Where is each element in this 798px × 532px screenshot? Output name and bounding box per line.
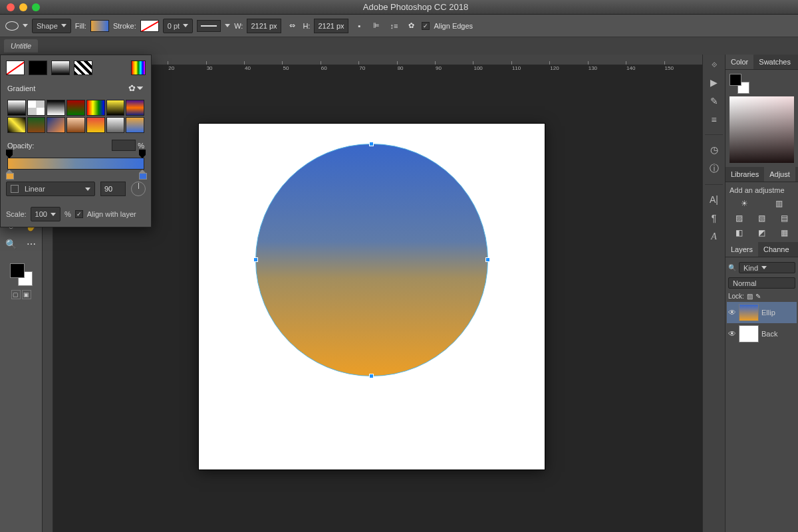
height-input[interactable] [314,19,348,33]
brightness-icon[interactable]: ☀ [739,198,750,209]
gradient-preset[interactable] [7,100,26,116]
dock-icons: ⟐ ▶ ✎ ≡ ◷ ⓘ A| ¶ A [702,55,725,532]
document-tab[interactable]: Untitle [4,39,38,53]
layer-row[interactable]: 👁 Ellip [727,302,797,323]
align-layer-checkbox[interactable] [75,210,83,218]
blend-mode[interactable]: Normal [733,279,756,287]
gradient-preset[interactable] [126,117,144,133]
transform-handle[interactable] [369,142,374,146]
tool-preset-icon[interactable] [5,19,19,33]
stroke-style[interactable] [197,20,221,32]
stroke-width-value: 0 pt [168,22,180,30]
clock-icon[interactable]: ◷ [710,144,718,155]
color-tab[interactable]: Color [726,55,753,69]
arrange-icon[interactable]: ↕≡ [387,19,400,33]
dropdown-icon[interactable] [23,24,28,27]
paragraph-icon[interactable]: ¶ [712,213,717,223]
channel-mixer-icon[interactable]: ▦ [779,227,790,238]
levels-icon[interactable]: ▥ [773,198,784,209]
transform-handle[interactable] [253,257,258,262]
gradient-preset[interactable] [86,117,105,133]
vibrance-icon[interactable]: ▧ [756,213,767,223]
transform-handle[interactable] [485,257,490,262]
quick-mask-icon[interactable]: ▣ [22,290,31,299]
gradient-preset[interactable] [66,100,85,116]
transform-handle[interactable] [369,374,374,378]
align-layer-label: Align with layer [87,210,136,218]
gradient-preset[interactable] [47,100,65,116]
visibility-icon[interactable]: 👁 [728,308,736,317]
layer-row[interactable]: 👁 Back [727,323,797,344]
color-fgbg[interactable] [730,74,749,94]
gradient-section-title: Gradient [7,84,35,92]
width-input[interactable] [247,19,281,33]
color-stop-icon[interactable] [6,170,13,179]
gear-icon[interactable]: ✿⏷ [128,83,144,93]
gradient-angle-input[interactable] [100,182,126,196]
zoom-tool[interactable]: 🔍 [1,235,21,253]
photo-filter-icon[interactable]: ◩ [756,227,767,238]
gradient-type-select[interactable]: Linear [6,182,95,196]
align-shape-icon[interactable]: ▪ [352,19,366,33]
link-icon[interactable]: ⇔ [285,19,299,33]
fg-bg-swatches[interactable] [10,263,33,286]
maximize-icon[interactable] [32,3,40,11]
opacity-input[interactable] [112,140,136,151]
lock-pixels-icon[interactable]: ▨ [747,293,753,300]
gradient-preset[interactable] [126,100,144,116]
edit-toolbar[interactable]: ⋯ [21,235,41,253]
exposure-icon[interactable]: ▨ [733,213,744,223]
swatches-tab[interactable]: Swatches [753,55,796,69]
bw-icon[interactable]: ◧ [733,227,744,238]
stroke-width-select[interactable]: 0 pt [163,19,193,33]
play-icon[interactable]: ▶ [710,77,718,88]
gradient-preset[interactable] [27,100,46,116]
gradient-preset[interactable] [106,100,125,116]
color-field[interactable] [730,96,794,163]
minimize-icon[interactable] [19,3,27,11]
shape-mode-select[interactable]: Shape [32,19,71,33]
sliders-icon[interactable]: ≡ [711,114,716,125]
gear-icon[interactable]: ✿ [404,19,418,33]
opacity-stop-icon[interactable] [139,150,146,158]
document-canvas[interactable] [199,124,545,469]
stroke-swatch[interactable] [140,20,159,32]
ruler-icon[interactable]: ⟐ [712,59,717,69]
color-stop-icon[interactable] [139,170,146,179]
gradient-preset[interactable] [66,117,85,133]
dropdown-icon[interactable] [225,24,230,27]
info-icon[interactable]: ⓘ [710,163,719,175]
gradient-preset[interactable] [7,117,26,133]
glyph-icon[interactable]: A [711,231,717,242]
adjustments-tab[interactable]: Adjust [764,167,795,182]
gradient-preset[interactable] [106,117,125,133]
gradient-preset[interactable] [47,117,65,133]
layers-tab[interactable]: Layers [726,242,758,257]
gradient-editor-bar[interactable] [7,158,144,170]
brush-settings-icon[interactable]: ✎ [710,96,718,106]
align-edges-checkbox[interactable] [422,22,430,30]
fill-none-icon[interactable] [6,61,25,75]
gradient-preset[interactable] [27,117,46,133]
gradient-scale-select[interactable]: 100 [31,207,61,221]
libraries-tab[interactable]: Libraries [726,167,764,182]
fill-gradient-icon[interactable] [51,61,70,75]
angle-dial-icon[interactable] [131,182,146,196]
gradient-preset[interactable] [86,100,105,116]
opacity-stop-icon[interactable] [6,150,13,158]
fill-swatch[interactable] [90,20,109,32]
channels-tab[interactable]: Channe [758,242,795,257]
hue-icon[interactable]: ▤ [779,213,790,223]
fill-pattern-icon[interactable] [74,61,92,75]
fg-color[interactable] [10,263,25,278]
lock-position-icon[interactable]: ✎ [755,293,761,300]
character-icon[interactable]: A| [710,194,718,205]
standard-mode-icon[interactable]: ▢ [11,290,21,299]
visibility-icon[interactable]: 👁 [728,329,736,338]
fill-solid-icon[interactable] [29,61,47,75]
close-icon[interactable] [7,3,15,11]
ellipse-shape[interactable] [255,144,488,376]
filter-kind[interactable]: Kind [743,264,758,272]
path-align-icon[interactable]: ⊫ [370,19,383,33]
color-picker-icon[interactable] [131,61,146,75]
